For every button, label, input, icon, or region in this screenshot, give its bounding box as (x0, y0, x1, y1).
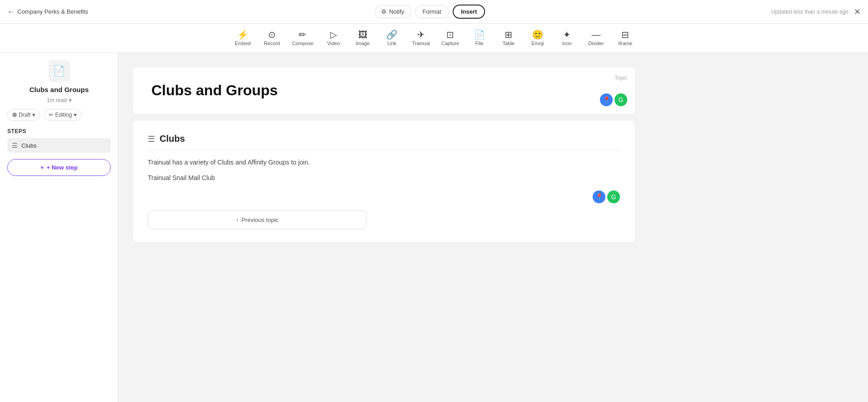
new-step-label: + New step (46, 164, 78, 171)
step-header: ☰ Clubs (148, 134, 620, 150)
toolbar-label-file: File (475, 41, 484, 46)
new-step-plus-icon: + (41, 164, 44, 171)
image-icon: 🖼 (358, 30, 367, 39)
editing-label: Editing (55, 112, 72, 118)
draft-chevron-icon: ▾ (32, 112, 35, 118)
sidebar: 📄 Clubs and Groups 1m read ▾ Draft ▾ ✏ E… (0, 53, 119, 402)
sidebar-step-clubs[interactable]: ☰ Clubs (7, 138, 111, 153)
read-label: 1m read (46, 97, 67, 103)
step-title: Clubs (160, 134, 185, 144)
format-button[interactable]: Format (415, 5, 449, 18)
back-button[interactable]: ← Company Perks & Benefits (7, 8, 88, 16)
topic-label: Topic (615, 75, 627, 81)
toolbar-item-divider[interactable]: —Divider (583, 27, 610, 49)
avatar-blue: 📍 (600, 93, 613, 106)
close-icon: ✕ (854, 7, 861, 16)
toolbar-item-image[interactable]: 🖼Image (349, 27, 377, 49)
content-area: Topic Clubs and Groups 📍 G ☰ Clubs Train… (119, 53, 868, 402)
insert-label: Insert (461, 8, 477, 15)
compose-icon: ✏ (299, 30, 306, 39)
toolbar-label-trainual: Trainual (412, 41, 430, 46)
chevron-down-icon: ▾ (69, 97, 72, 103)
emoji-icon: 🙂 (532, 30, 543, 39)
step-body-line1: Trainual has a variety of Clubs and Affi… (148, 157, 620, 167)
toolbar-label-icon: Icon (562, 41, 572, 46)
topic-title: Clubs and Groups (151, 82, 616, 99)
embed-icon: ⚡ (237, 30, 248, 39)
link-icon: 🔗 (386, 30, 398, 39)
step-avatars: 📍 G (148, 191, 620, 203)
toolbar-label-embed: Embed (235, 41, 251, 46)
step-list-header-icon: ☰ (148, 134, 155, 144)
toolbar-label-link: Link (387, 41, 396, 46)
top-bar-center: ⚙ Notify Format Insert (374, 5, 486, 19)
toolbar-label-table: Table (502, 41, 514, 46)
toolbar-item-capture[interactable]: ⊡Capture (437, 27, 464, 49)
toolbar-label-divider: Divider (588, 41, 604, 46)
toolbar-item-icon[interactable]: ✦Icon (553, 27, 581, 49)
steps-label: Steps (7, 128, 111, 134)
toolbar-item-video[interactable]: ▷Video (320, 27, 347, 49)
toolbar-item-iframe[interactable]: ⊟Iframe (612, 27, 639, 49)
step-body-line2: Trainual Snail Mail Club (148, 173, 620, 183)
toolbar-label-capture: Capture (441, 41, 459, 46)
toolbar-item-trainual[interactable]: ✈Trainual (408, 27, 435, 49)
top-bar-right: Updated less than a minute ago ✕ (771, 7, 861, 17)
top-bar: ← Company Perks & Benefits ⚙ Notify Form… (0, 0, 868, 24)
top-bar-left: ← Company Perks & Benefits (7, 8, 88, 16)
sidebar-doc-icon: 📄 (48, 60, 70, 82)
updated-text: Updated less than a minute ago (771, 9, 848, 15)
toolbar-item-file[interactable]: 📄File (466, 27, 493, 49)
back-label: Company Perks & Benefits (17, 8, 88, 15)
format-label: Format (423, 8, 441, 15)
toolbar-item-table[interactable]: ⊞Table (495, 27, 522, 49)
step-body: Trainual has a variety of Clubs and Affi… (148, 157, 620, 183)
notify-icon: ⚙ (381, 8, 387, 15)
pencil-icon: ✏ (49, 112, 53, 118)
topic-card: Topic Clubs and Groups 📍 G (133, 67, 635, 113)
toolbar-item-record[interactable]: ⊙Record (258, 27, 285, 49)
toolbar-item-link[interactable]: 🔗Link (378, 27, 406, 49)
draft-badge[interactable]: Draft ▾ (7, 109, 40, 121)
avatar-green: G (615, 93, 627, 106)
new-step-button[interactable]: + + New step (7, 159, 111, 176)
main-layout: 📄 Clubs and Groups 1m read ▾ Draft ▾ ✏ E… (0, 53, 868, 402)
table-icon: ⊞ (505, 30, 512, 39)
toolbar-item-compose[interactable]: ✏Compose (287, 27, 318, 49)
toolbar-label-image: Image (356, 41, 370, 46)
notify-button[interactable]: ⚙ Notify (374, 5, 411, 18)
iframe-icon: ⊟ (621, 30, 629, 39)
sidebar-step-label: Clubs (21, 142, 36, 149)
icon-icon: ✦ (563, 30, 571, 39)
step-list-icon: ☰ (12, 142, 18, 149)
prev-topic-icon: ↑ (236, 216, 239, 223)
step-avatar-green: G (607, 191, 620, 203)
toolbar-label-iframe: Iframe (618, 41, 632, 46)
video-icon: ▷ (330, 30, 337, 39)
prev-topic-button[interactable]: ↑ Previous topic (148, 211, 367, 229)
step-card: ☰ Clubs Trainual has a variety of Clubs … (133, 121, 635, 242)
sidebar-badges: Draft ▾ ✏ Editing ▾ (7, 109, 111, 121)
sidebar-read[interactable]: 1m read ▾ (7, 97, 111, 103)
toolbar-label-compose: Compose (292, 41, 313, 46)
step-avatar-blue: 📍 (593, 191, 605, 203)
toolbar-label-record: Record (264, 41, 280, 46)
insert-button[interactable]: Insert (453, 5, 485, 19)
divider-icon: — (592, 30, 601, 39)
close-button[interactable]: ✕ (854, 7, 861, 17)
editing-badge[interactable]: ✏ Editing ▾ (44, 109, 82, 121)
toolbar-item-emoji[interactable]: 🙂Emoji (524, 27, 552, 49)
back-arrow-icon: ← (7, 8, 15, 16)
toolbar-item-embed[interactable]: ⚡Embed (229, 27, 256, 49)
notify-label: Notify (389, 8, 404, 15)
toolbar: ⚡Embed⊙Record✏Compose▷Video🖼Image🔗Link✈T… (0, 24, 868, 53)
toolbar-label-video: Video (327, 41, 340, 46)
file-icon: 📄 (474, 30, 485, 39)
toolbar-label-emoji: Emoji (532, 41, 544, 46)
capture-icon: ⊡ (446, 30, 454, 39)
editing-chevron-icon: ▾ (74, 112, 77, 118)
topic-avatars: 📍 G (600, 93, 627, 106)
prev-topic-label: Previous topic (241, 216, 279, 223)
record-icon: ⊙ (268, 30, 276, 39)
draft-dot-icon (12, 113, 17, 117)
